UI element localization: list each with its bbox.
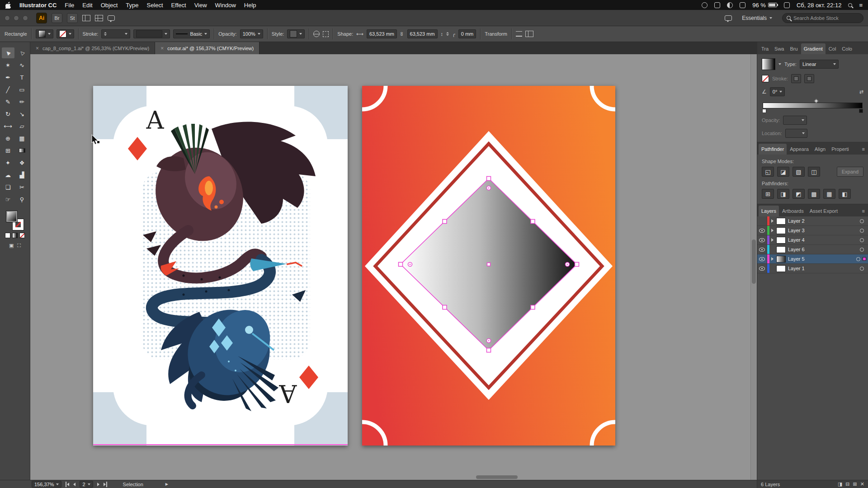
blend-tool[interactable]: ❖ [16, 157, 28, 168]
visibility-toggle[interactable] [757, 245, 767, 254]
tab-gradient[interactable]: Gradient [801, 43, 826, 54]
brush-definition-dropdown[interactable] [133, 29, 170, 38]
exclude-button[interactable]: ◫ [808, 167, 820, 177]
document-setup-icon[interactable] [313, 31, 320, 37]
tab-pathfinder[interactable]: Pathfinder [759, 144, 787, 155]
symbol-sprayer-tool[interactable]: ☁ [2, 169, 14, 180]
layer-name[interactable]: Layer 2 [788, 218, 858, 224]
stroke-color-dropdown[interactable] [57, 29, 74, 38]
horizontal-scroll-thumb[interactable] [476, 475, 518, 479]
document-layout-icon[interactable] [95, 15, 103, 21]
bridge-button[interactable]: Br [52, 13, 62, 23]
status-icon-3[interactable] [727, 2, 733, 8]
eyedropper-tool[interactable]: ✦ [2, 157, 14, 168]
center-point-handle[interactable] [487, 263, 491, 266]
type-tool[interactable]: T [16, 72, 28, 83]
dimension-stepper[interactable] [446, 32, 449, 36]
visibility-toggle[interactable] [757, 254, 767, 263]
free-transform-tool[interactable]: ▱ [16, 121, 28, 131]
notification-center-icon[interactable]: ≡ [859, 2, 863, 9]
artboard-navigation-dropdown[interactable]: 2 [80, 481, 93, 488]
style-dropdown[interactable] [287, 29, 305, 38]
fill-color-dropdown[interactable] [36, 29, 53, 38]
scale-tool[interactable]: ↘ [16, 108, 28, 119]
gradient-stop-black[interactable] [859, 109, 863, 113]
zoom-tool[interactable]: ⚲ [16, 194, 28, 205]
menu-effect[interactable]: Effect [171, 2, 186, 9]
apple-menu-icon[interactable] [5, 2, 11, 9]
app-menu[interactable]: Illustrator CC [19, 2, 57, 9]
close-window-button[interactable] [5, 15, 10, 21]
delete-layer-icon[interactable]: ✕ [860, 481, 864, 487]
menu-select[interactable]: Select [146, 2, 163, 9]
layer-row-selected[interactable]: Layer 5 [757, 254, 868, 264]
horizontal-scrollbar[interactable] [30, 474, 750, 480]
outline-button[interactable]: ▦ [823, 189, 835, 199]
crop-button[interactable]: ▩ [808, 189, 820, 199]
target-circle[interactable] [860, 267, 864, 271]
tab-swatches[interactable]: Swa [772, 43, 787, 54]
menu-window[interactable]: Window [215, 2, 236, 9]
fill-proxy[interactable] [6, 211, 17, 222]
gradient-slider[interactable] [763, 103, 863, 108]
layer-row[interactable]: Layer 6 [757, 245, 868, 254]
tab-color[interactable]: Col [826, 43, 839, 54]
status-icon-2[interactable] [714, 2, 720, 8]
layer-row[interactable]: Layer 4 [757, 235, 868, 245]
target-circle[interactable] [860, 229, 864, 233]
target-circle[interactable] [860, 248, 864, 252]
link-dimensions-icon[interactable]: ∞ [399, 32, 405, 36]
next-artboard-button[interactable] [97, 482, 99, 487]
minimize-window-button[interactable] [14, 15, 19, 21]
divide-button[interactable]: ⊞ [762, 189, 774, 199]
target-circle[interactable] [860, 238, 864, 242]
new-layer-icon[interactable]: ⊞ [853, 481, 857, 487]
magic-wand-tool[interactable]: ✶ [2, 60, 14, 70]
canvas[interactable]: A A [30, 54, 757, 480]
status-flyout-icon[interactable]: ▶ [165, 482, 168, 486]
layer-name[interactable]: Layer 3 [788, 228, 858, 233]
tab-appearance[interactable]: Appeara [787, 144, 811, 155]
share-icon[interactable] [108, 15, 115, 21]
chevron-down-icon[interactable] [778, 63, 781, 65]
layer-row[interactable]: Layer 3 [757, 226, 868, 235]
zoom-window-button[interactable] [23, 15, 28, 21]
color-button[interactable] [5, 233, 10, 238]
pen-tool[interactable]: ✒ [2, 72, 14, 83]
pencil-tool[interactable]: ✏ [16, 96, 28, 107]
shape-height-field[interactable]: 63,523 mm [407, 29, 438, 38]
hand-tool[interactable]: ☞ [2, 194, 14, 205]
transform-link[interactable]: Transform [485, 31, 507, 37]
direct-selection-tool[interactable]: ▷ [16, 47, 28, 58]
menubar-clock[interactable]: Сб, 28 окт. 22:12 [797, 2, 841, 9]
selection-tool[interactable]: ▶ [2, 47, 14, 58]
select-similar-icon[interactable] [323, 31, 329, 37]
slice-tool[interactable]: ✂ [16, 182, 28, 192]
panel-menu-icon[interactable]: ≡ [860, 144, 867, 155]
stroke-weight-stepper[interactable] [101, 29, 130, 38]
none-button[interactable] [19, 233, 25, 238]
expand-arrow-icon[interactable] [769, 229, 775, 232]
align-icon[interactable] [516, 31, 522, 37]
visibility-toggle[interactable] [757, 235, 767, 244]
opacity-field[interactable]: 100% [240, 29, 263, 38]
expand-arrow-icon[interactable] [769, 238, 775, 242]
target-circle[interactable] [860, 219, 864, 223]
arrange-documents-icon[interactable] [82, 15, 90, 21]
gradient-midpoint[interactable] [814, 99, 818, 103]
battery-menu[interactable]: 96 % [752, 2, 777, 9]
layer-name[interactable]: Layer 4 [788, 237, 858, 243]
tab-artboards[interactable]: Artboards [779, 206, 807, 216]
unite-button[interactable]: ◱ [762, 167, 774, 177]
rectangle-tool[interactable]: ▭ [16, 84, 28, 95]
menu-help[interactable]: Help [244, 2, 256, 9]
artboard-card-front[interactable]: A A [93, 86, 348, 446]
minus-back-button[interactable]: ◧ [839, 189, 851, 199]
isolate-icon[interactable] [525, 31, 533, 37]
expand-button[interactable]: Expand [837, 167, 863, 177]
tab-brushes[interactable]: Bru [788, 43, 801, 54]
target-circle[interactable] [856, 257, 860, 261]
gradient-fill-swatch[interactable] [762, 58, 775, 70]
gradient-button[interactable] [12, 233, 18, 238]
stock-button[interactable]: St [67, 13, 78, 23]
